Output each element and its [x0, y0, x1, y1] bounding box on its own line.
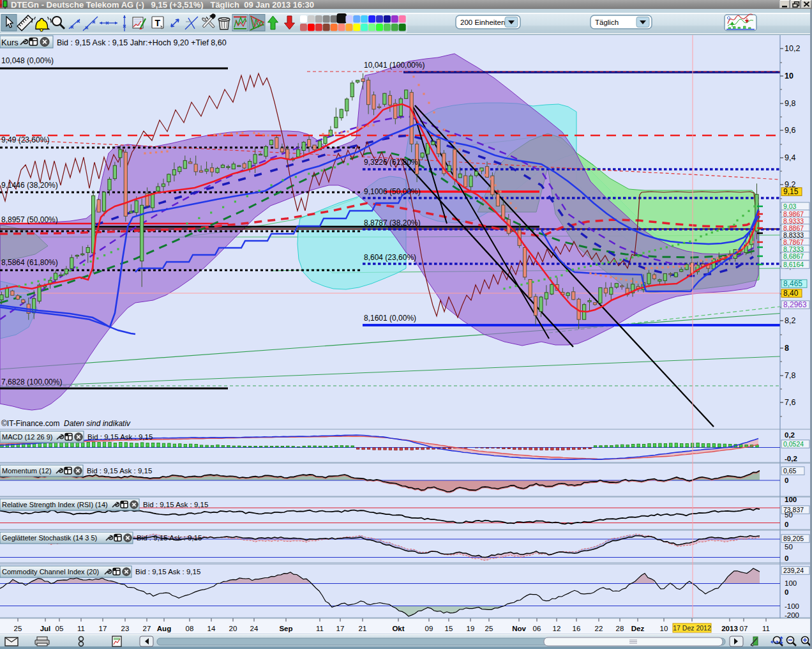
svg-text:10,048 (0,00%): 10,048 (0,00%): [1, 56, 54, 65]
svg-text:-0,2: -0,2: [785, 455, 797, 462]
svg-text:©IT-Finance.com: ©IT-Finance.com: [1, 419, 60, 428]
svg-text:8: 8: [785, 344, 789, 353]
svg-text:16: 16: [573, 625, 581, 632]
svg-text:0: 0: [785, 477, 788, 484]
svg-text:9,3226 (61,80%): 9,3226 (61,80%): [364, 158, 421, 167]
svg-text:7,6828 (100,00%): 7,6828 (100,00%): [1, 378, 62, 386]
svg-text:0,2: 0,2: [785, 431, 795, 439]
svg-text:-100: -100: [785, 602, 799, 610]
svg-text:8,2963: 8,2963: [783, 300, 807, 309]
svg-text:8,8787 (38,20%): 8,8787 (38,20%): [364, 218, 421, 227]
svg-text:25: 25: [14, 625, 22, 632]
svg-text:8,6867: 8,6867: [783, 252, 804, 260]
svg-text:MACD (12 26 9): MACD (12 26 9): [2, 433, 52, 441]
svg-text:100: 100: [785, 579, 797, 587]
svg-text:Okt: Okt: [392, 625, 404, 632]
svg-text:9,8: 9,8: [785, 99, 795, 108]
svg-text:2013: 2013: [721, 625, 738, 632]
svg-text:Bid : 9,15 Ask : 9,15: Bid : 9,15 Ask : 9,15: [135, 568, 200, 576]
svg-text:06: 06: [533, 625, 541, 632]
svg-text:Jul: Jul: [40, 625, 51, 632]
svg-text:7,8: 7,8: [785, 371, 795, 380]
svg-text:9,15: 9,15: [783, 187, 799, 196]
svg-text:8,8957 (50,00%): 8,8957 (50,00%): [1, 215, 58, 224]
svg-text:9,1006 (50,00%): 9,1006 (50,00%): [364, 187, 421, 196]
svg-text:11: 11: [77, 625, 85, 632]
svg-text:10,2: 10,2: [785, 44, 800, 53]
svg-text:12: 12: [553, 625, 561, 632]
svg-text:Daten sind indikativ: Daten sind indikativ: [64, 419, 131, 428]
svg-text:-200: -200: [785, 611, 799, 619]
svg-text:8,2: 8,2: [785, 316, 795, 325]
svg-text:0: 0: [785, 588, 788, 596]
svg-text:Kurs: Kurs: [1, 38, 19, 47]
svg-text:21: 21: [359, 625, 367, 632]
svg-text:24: 24: [250, 625, 259, 632]
svg-text:27: 27: [143, 625, 151, 632]
svg-text:89,205: 89,205: [783, 535, 804, 542]
svg-text:Dez: Dez: [631, 625, 645, 632]
svg-text:9,4: 9,4: [785, 153, 795, 162]
svg-text:Bid : 9,15 Ask : 9,15: Bid : 9,15 Ask : 9,15: [87, 467, 152, 475]
svg-text:17 Dez 2012: 17 Dez 2012: [673, 624, 711, 632]
svg-text:10: 10: [785, 72, 793, 80]
svg-text:25: 25: [485, 625, 493, 632]
svg-text:8,6164: 8,6164: [783, 261, 804, 268]
svg-text:11: 11: [316, 625, 324, 632]
svg-text:19: 19: [467, 625, 475, 632]
svg-text:T: T: [155, 18, 161, 28]
svg-text:0,0524: 0,0524: [783, 440, 804, 448]
svg-text:Aug: Aug: [157, 625, 171, 632]
svg-text:11: 11: [762, 625, 770, 632]
svg-text:Geglätteter Stochastik (14 3 5: Geglätteter Stochastik (14 3 5): [2, 534, 97, 542]
svg-text:Sep: Sep: [279, 625, 292, 632]
svg-text:22: 22: [595, 625, 603, 632]
svg-text:Bid : 9,15 Ask : 9,15: Bid : 9,15 Ask : 9,15: [143, 501, 208, 508]
svg-text:50: 50: [785, 511, 793, 519]
svg-text:09: 09: [425, 625, 433, 632]
svg-text:Bid : 9,15 Ask : 9,15: Bid : 9,15 Ask : 9,15: [137, 534, 202, 542]
svg-text:Täglich: Täglich: [595, 19, 619, 26]
svg-text:10,041 (100,00%): 10,041 (100,00%): [364, 61, 425, 70]
svg-text:50: 50: [785, 543, 793, 551]
svg-text:7,6: 7,6: [785, 398, 795, 407]
svg-text:08: 08: [186, 625, 194, 632]
svg-text:Nov: Nov: [512, 625, 526, 632]
svg-text:239,24: 239,24: [783, 567, 804, 574]
svg-text:100: 100: [785, 496, 797, 503]
svg-text:15: 15: [445, 625, 453, 632]
svg-text:8,604 (23,60%): 8,604 (23,60%): [364, 253, 416, 262]
svg-text:05: 05: [56, 625, 64, 632]
svg-text:0,65: 0,65: [783, 467, 797, 475]
svg-text:9,6: 9,6: [785, 126, 795, 135]
svg-text:9,49 (23,60%): 9,49 (23,60%): [1, 135, 49, 144]
svg-text:0: 0: [785, 554, 788, 562]
svg-text:8,465: 8,465: [783, 279, 802, 288]
svg-text:8,5864 (61,80%): 8,5864 (61,80%): [1, 258, 58, 267]
svg-text:23: 23: [121, 625, 130, 632]
svg-text:0: 0: [785, 521, 788, 528]
svg-text:10: 10: [660, 625, 668, 632]
svg-text:Momentum (12): Momentum (12): [2, 467, 52, 475]
svg-text:Bid : 9,15 Ask : 9,15: Bid : 9,15 Ask : 9,15: [87, 433, 153, 441]
svg-text:28: 28: [616, 625, 624, 632]
svg-text:20: 20: [229, 625, 237, 632]
svg-text:14: 14: [207, 625, 216, 632]
svg-text:DTEGn - Deutsche Telekom AG (-: DTEGn - Deutsche Telekom AG (-) 9,15 (+3…: [11, 0, 314, 10]
svg-text:Relative Strength Index (RSI): Relative Strength Index (RSI) (14): [2, 501, 108, 508]
svg-text:9,03: 9,03: [783, 202, 797, 210]
svg-text:9,1446 (38,20%): 9,1446 (38,20%): [1, 181, 58, 190]
svg-text:8,1601 (0,00%): 8,1601 (0,00%): [364, 314, 416, 323]
svg-text:07: 07: [740, 625, 748, 632]
svg-text:8,40: 8,40: [783, 289, 799, 298]
svg-text:Commodity Channel Index (20): Commodity Channel Index (20): [2, 568, 99, 576]
svg-text:Bid : 9,15 Ask : 9,15 Jahr:+Ho: Bid : 9,15 Ask : 9,15 Jahr:+Hoch 9,20 +T…: [57, 38, 227, 47]
svg-text:17: 17: [99, 625, 107, 632]
svg-text:200 Einheiten: 200 Einheiten: [460, 19, 505, 26]
svg-text:17: 17: [336, 625, 345, 632]
